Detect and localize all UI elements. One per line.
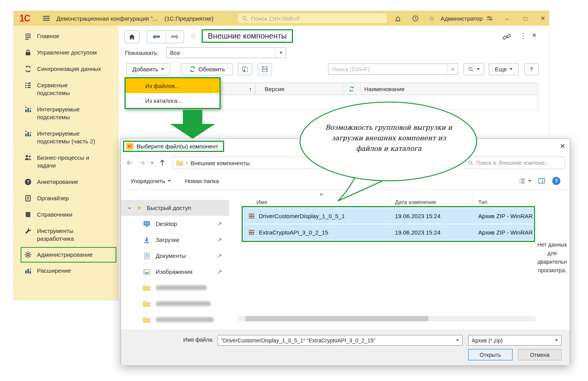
dialog-help-button[interactable]: ? (552, 177, 560, 185)
selected-files-annotation: DriverCustomerDisplay_1_0_5_1 19.06.2023… (242, 206, 535, 242)
sidebar-item-catalogs[interactable]: Справочники (14, 206, 119, 223)
sidebar-item-access[interactable]: Управление доступом (14, 44, 119, 61)
column-refresh[interactable] (342, 83, 360, 95)
downloads-icon (143, 236, 151, 244)
sidebar-item-business-processes[interactable]: Бизнес-процессы и задачи (14, 150, 119, 174)
sidebar-item-extension[interactable]: Расширение (14, 263, 119, 279)
column-name[interactable]: Наименование (360, 83, 538, 95)
dialog-title-annotation: 1С Выберите файл(ы) компонент (123, 141, 224, 152)
note-icon (24, 194, 32, 202)
global-search-input[interactable]: Поиск Ctrl+Shift+F (237, 13, 387, 24)
tree-item-redacted[interactable] (121, 280, 229, 296)
menu-lines-icon (24, 32, 32, 40)
horizontal-scrollbar[interactable] (238, 316, 535, 321)
annotation-arrow (167, 110, 218, 139)
desktop-icon (143, 220, 151, 228)
pin-icon (217, 220, 223, 226)
dialog-footer: Имя файла: "DriverCustomerDisplay_1_0_5_… (121, 330, 570, 365)
sidebar-item-integrated-subsystems[interactable]: Интегрируемые подсистемы (14, 101, 119, 125)
nav-up-button[interactable] (158, 159, 166, 167)
file-row[interactable]: ExtraCryptoAPI_3_0_2_15 19.06.2023 15:24… (244, 224, 533, 240)
minimize-button[interactable]: – (502, 11, 512, 26)
floppy-icon (261, 65, 269, 73)
menu-item-from-catalog[interactable]: Из каталога... (126, 93, 219, 108)
close-dialog-button[interactable]: × (560, 141, 565, 151)
sidebar-item-administration[interactable]: Администрирование (21, 247, 116, 263)
cancel-button[interactable]: Отмена (518, 349, 562, 360)
sidebar-item-sync[interactable]: Синхронизация данных (14, 61, 119, 77)
view-mode-button[interactable] (519, 178, 531, 184)
tree-item-redacted[interactable] (121, 296, 229, 312)
show-filter-combo[interactable]: Все (166, 47, 286, 58)
menu-item-from-files[interactable]: Из файлов... (126, 78, 219, 93)
table-search-input[interactable]: Поиск (Ctrl+F) × (328, 64, 458, 75)
maximize-icon: □ (521, 15, 530, 22)
maximize-button[interactable]: □ (521, 11, 530, 26)
filetype-combo[interactable]: Архив (*.zip) (468, 335, 562, 346)
add-button[interactable]: Добавить (126, 63, 170, 75)
winrar-archive-icon (248, 229, 255, 236)
refresh-button[interactable]: Обновить (181, 63, 233, 75)
file-row[interactable]: DriverCustomerDisplay_1_0_5_1 19.06.2023… (244, 208, 533, 224)
tree-item-pictures[interactable]: Изображения (121, 264, 229, 280)
address-chevron-icon: › (186, 160, 188, 166)
star-icon: ☆ (190, 32, 197, 40)
chevron-down-icon (528, 180, 531, 182)
notifications-button[interactable] (394, 11, 402, 26)
star-icon: ★ (137, 204, 142, 212)
current-user[interactable]: Администратор (441, 11, 483, 26)
favorite-page-button[interactable]: ☆ (190, 32, 197, 41)
close-app-button[interactable]: × (538, 11, 548, 26)
sidebar-item-organizer[interactable]: Органайзер (14, 190, 119, 206)
nav-history-chevron[interactable] (151, 162, 154, 164)
chevron-down-icon (168, 180, 171, 182)
nav-forward-button[interactable] (138, 159, 146, 167)
column-version[interactable]: Версия (255, 83, 342, 95)
sidebar-item-main[interactable]: Главное (14, 28, 119, 44)
redacted-text (156, 301, 211, 306)
organize-button[interactable]: Упорядочить (130, 178, 171, 184)
help-button[interactable]: ? (524, 63, 539, 75)
tree-item-redacted[interactable] (121, 312, 229, 328)
tree-item-documents[interactable]: Документы (121, 248, 229, 264)
back-button[interactable] (147, 31, 165, 43)
home-button[interactable] (124, 30, 140, 43)
main-menu-button[interactable] (42, 11, 51, 26)
filename-input[interactable]: "DriverCustomerDisplay_1_0_5_1" "ExtraCr… (218, 335, 463, 346)
sidebar-item-service-subsystems[interactable]: Сервисные подсистемы (14, 77, 119, 101)
question-circle-icon: ? (24, 178, 32, 186)
chevron-down-icon[interactable] (276, 48, 286, 58)
chevron-down-icon (509, 68, 513, 70)
sidebar-item-surveys[interactable]: ? Анкетирование (14, 174, 119, 190)
clear-search-button[interactable]: × (448, 64, 458, 74)
get-link-button[interactable] (502, 33, 511, 41)
pin-icon (217, 236, 223, 242)
history-button[interactable] (412, 11, 419, 26)
more-button[interactable]: Еще (489, 63, 519, 75)
load-from-file-button[interactable] (238, 63, 252, 75)
sidebar-item-developer-tools[interactable]: Инструменты разработчика (14, 223, 119, 247)
sidebar-item-integrated-subsystems-2[interactable]: Интегрируемые подсистемы (часть 2) (14, 125, 119, 150)
preview-pane-button[interactable] (538, 177, 545, 184)
new-folder-button[interactable]: Новая папка (185, 178, 219, 184)
close-form-button[interactable]: × (532, 31, 537, 40)
chevron-down-icon[interactable] (453, 335, 462, 345)
forward-button[interactable] (165, 31, 184, 43)
search-icon (468, 66, 474, 72)
settings-sliders-button[interactable] (486, 11, 493, 26)
tree-item-desktop[interactable]: Desktop (121, 216, 229, 232)
nav-back-button[interactable] (126, 159, 133, 167)
page-title: Внешние компоненты (202, 29, 293, 43)
scrollbar-thumb[interactable] (246, 316, 428, 321)
favorites-button[interactable]: ☆ (428, 11, 435, 26)
tree-item-downloads[interactable]: Загрузки (121, 232, 229, 248)
tree-quick-access[interactable]: ★ Быстрый доступ (121, 200, 229, 216)
save-button[interactable] (258, 63, 272, 75)
search-menu-button[interactable] (463, 63, 484, 75)
form-menu-button[interactable]: ⋮ (520, 31, 527, 40)
chevron-down-icon[interactable] (552, 335, 561, 345)
close-icon: × (451, 66, 455, 72)
history-clock-icon (412, 15, 419, 22)
folder-icon (143, 301, 151, 307)
open-button[interactable]: Открыть (468, 349, 513, 360)
